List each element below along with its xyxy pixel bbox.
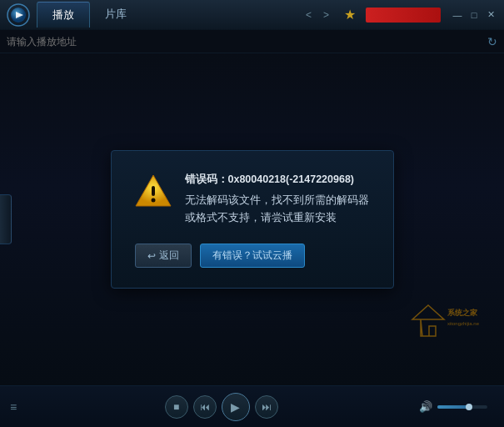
svg-marker-7	[412, 305, 444, 319]
left-panel-toggle[interactable]	[0, 194, 12, 244]
star-icon[interactable]: ★	[344, 7, 356, 23]
nav-prev-icon[interactable]: <	[302, 8, 315, 23]
app-logo	[7, 3, 30, 27]
volume-controls: 🔊	[419, 400, 487, 413]
volume-icon[interactable]: 🔊	[419, 400, 432, 413]
error-header: 错误码：0x80040218(-2147220968) 无法解码该文件，找不到所…	[135, 171, 370, 228]
error-code: 错误码：0x80040218(-2147220968)	[185, 171, 370, 188]
watermark-logo: 系统之家 xitongzhijia.net	[404, 290, 479, 340]
stop-button[interactable]: ■	[165, 395, 188, 419]
svg-marker-6	[421, 319, 436, 336]
back-label: 返回	[159, 249, 179, 263]
watermark: 系统之家 xitongzhijia.net	[404, 290, 479, 344]
back-icon: ↩	[147, 250, 156, 262]
prev-icon: ⏮	[200, 401, 210, 413]
close-button[interactable]: ✕	[484, 8, 497, 22]
refresh-icon[interactable]: ↻	[487, 35, 497, 48]
svg-text:xitongzhijia.net: xitongzhijia.net	[447, 321, 479, 326]
titlebar: 播放 片库 < > ★ — □ ✕	[0, 0, 504, 30]
nav-next-icon[interactable]: >	[320, 8, 332, 23]
stop-icon: ■	[173, 401, 179, 413]
next-button[interactable]: ⏭	[255, 395, 278, 419]
titlebar-nav: < >	[302, 8, 332, 23]
volume-knob[interactable]	[466, 404, 472, 410]
cloud-play-button[interactable]: 有错误？试试云播	[200, 244, 305, 268]
main-content: 错误码：0x80040218(-2147220968) 无法解码该文件，找不到所…	[0, 53, 504, 385]
play-button[interactable]: ▶	[222, 393, 250, 421]
svg-point-5	[151, 198, 155, 202]
url-input[interactable]	[7, 36, 484, 48]
user-bar[interactable]	[366, 8, 441, 23]
svg-rect-4	[152, 186, 155, 196]
prev-button[interactable]: ⏮	[193, 395, 217, 419]
tab-play[interactable]: 播放	[37, 2, 90, 28]
error-buttons: ↩ 返回 有错误？试试云播	[135, 244, 370, 268]
next-icon: ⏭	[262, 401, 272, 413]
svg-text:系统之家: 系统之家	[447, 308, 478, 317]
playback-controls: ■ ⏮ ▶ ⏭	[30, 393, 412, 421]
error-message: 无法解码该文件，找不到所需的解码器或格式不支持，请尝试重新安装	[185, 192, 370, 228]
maximize-button[interactable]: □	[467, 8, 481, 22]
menu-icon[interactable]: ≡	[10, 400, 17, 414]
volume-slider[interactable]	[437, 405, 487, 409]
titlebar-tabs: 播放 片库	[37, 2, 296, 28]
tab-library[interactable]: 片库	[90, 2, 142, 28]
error-text-block: 错误码：0x80040218(-2147220968) 无法解码该文件，找不到所…	[185, 171, 370, 228]
back-button[interactable]: ↩ 返回	[135, 244, 192, 268]
warning-icon	[135, 173, 172, 209]
minimize-button[interactable]: —	[451, 8, 464, 22]
error-dialog: 错误码：0x80040218(-2147220968) 无法解码该文件，找不到所…	[111, 150, 394, 289]
play-icon: ▶	[231, 400, 240, 414]
window-controls: — □ ✕	[451, 8, 497, 22]
addressbar: ↻	[0, 30, 504, 53]
bottom-bar: ≡ ■ ⏮ ▶ ⏭ 🔊	[0, 385, 504, 427]
